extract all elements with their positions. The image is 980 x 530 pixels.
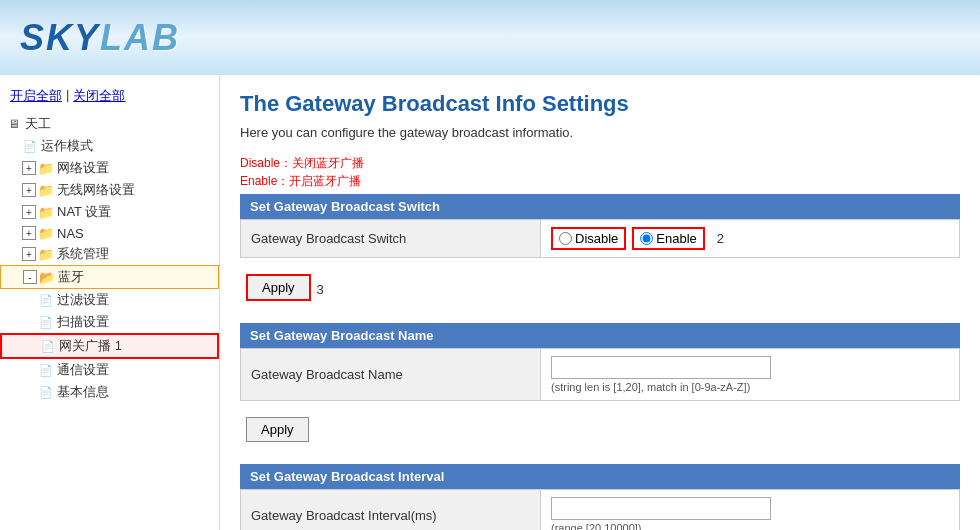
- doc-icon-jiben: 📄: [38, 384, 54, 400]
- expand-icon-wuxian[interactable]: +: [22, 183, 36, 197]
- sidebar-label-saomiao: 扫描设置: [57, 313, 109, 331]
- doc-icon-wanguan: 📄: [40, 338, 56, 354]
- table-row-name: Gateway Broadcast Name (string len is [1…: [241, 349, 960, 401]
- broadcast-interval-note: (range [20,10000]): [551, 522, 949, 530]
- annotation-3: 3: [317, 282, 324, 297]
- radio-enable[interactable]: [640, 232, 653, 245]
- sidebar-label-yunxing: 运作模式: [41, 137, 93, 155]
- toggle-close-link[interactable]: 关闭全部: [73, 87, 125, 105]
- sidebar-item-wuxian[interactable]: + 📁 无线网络设置: [0, 179, 219, 201]
- radio-group-switch: Disable Enable 2: [551, 227, 949, 250]
- sidebar-item-wangluo[interactable]: + 📁 网络设置: [0, 157, 219, 179]
- tooltip-line2: Enable：开启蓝牙广播: [240, 172, 960, 190]
- sidebar-label-guolv: 过滤设置: [57, 291, 109, 309]
- label-switch: Gateway Broadcast Switch: [241, 220, 541, 258]
- folder-icon-wuxian: 📁: [38, 182, 54, 198]
- page-title: The Gateway Broadcast Info Settings: [240, 91, 960, 117]
- sidebar-item-guolv[interactable]: 📄 过滤设置: [0, 289, 219, 311]
- input-group-name: (string len is [1,20], match in [0-9a-zA…: [551, 356, 949, 393]
- sidebar-item-saomiao[interactable]: 📄 扫描设置: [0, 311, 219, 333]
- label-interval: Gateway Broadcast Interval(ms): [241, 490, 541, 531]
- annotation-1: 1: [115, 339, 122, 353]
- header: SKYLAB: [0, 0, 980, 75]
- main-area: 开启全部 | 关闭全部 🖥 天工 📄 运作模式 + 📁 网络设置 + 📁 无线网…: [0, 75, 980, 530]
- radio-label-enable[interactable]: Enable: [632, 227, 704, 250]
- logo-sky: SKY: [20, 17, 100, 58]
- doc-icon-tongxin: 📄: [38, 362, 54, 378]
- sidebar-label-wanguan: 网关广播: [59, 337, 111, 355]
- folder-icon-xitong: 📁: [38, 246, 54, 262]
- apply-button-name[interactable]: Apply: [246, 417, 309, 442]
- settings-table-switch: Gateway Broadcast Switch Disable Enable …: [240, 219, 960, 258]
- expand-icon-xitong[interactable]: +: [22, 247, 36, 261]
- table-row-switch: Gateway Broadcast Switch Disable Enable …: [241, 220, 960, 258]
- sidebar-item-nas[interactable]: + 📁 NAS: [0, 223, 219, 243]
- folder-icon-nat: 📁: [38, 204, 54, 220]
- broadcast-name-input[interactable]: [551, 356, 771, 379]
- apply-button-switch[interactable]: Apply: [246, 274, 311, 301]
- toggle-sep: |: [66, 87, 69, 105]
- section-header-interval: Set Gateway Broadcast Interval: [240, 464, 960, 489]
- sidebar-label-tiangong: 天工: [25, 115, 51, 133]
- broadcast-interval-input[interactable]: [551, 497, 771, 520]
- expand-icon-wangluo[interactable]: +: [22, 161, 36, 175]
- settings-table-interval: Gateway Broadcast Interval(ms) (range [2…: [240, 489, 960, 530]
- sidebar-label-wangluo: 网络设置: [57, 159, 109, 177]
- sidebar-item-jiben[interactable]: 📄 基本信息: [0, 381, 219, 403]
- folder-icon-lanya: 📂: [39, 269, 55, 285]
- annotation-2: 2: [717, 231, 724, 246]
- content-area: The Gateway Broadcast Info Settings Here…: [220, 75, 980, 530]
- sidebar-label-xitong: 系统管理: [57, 245, 109, 263]
- sidebar-item-yunxing[interactable]: 📄 运作模式: [0, 135, 219, 157]
- folder-icon-nas: 📁: [38, 225, 54, 241]
- input-group-interval: (range [20,10000]): [551, 497, 949, 530]
- expand-icon-nat[interactable]: +: [22, 205, 36, 219]
- label-name: Gateway Broadcast Name: [241, 349, 541, 401]
- tooltip-note: Disable：关闭蓝牙广播 Enable：开启蓝牙广播: [240, 154, 960, 190]
- expand-icon-lanya[interactable]: -: [23, 270, 37, 284]
- section-header-switch: Set Gateway Broadcast Switch: [240, 194, 960, 219]
- page-desc: Here you can configure the gateway broad…: [240, 125, 960, 140]
- logo-lab: LAB: [100, 17, 180, 58]
- section-header-name: Set Gateway Broadcast Name: [240, 323, 960, 348]
- cell-name-input: (string len is [1,20], match in [0-9a-zA…: [541, 349, 960, 401]
- cell-switch-radios: Disable Enable 2: [541, 220, 960, 258]
- logo: SKYLAB: [20, 17, 180, 59]
- settings-table-name: Gateway Broadcast Name (string len is [1…: [240, 348, 960, 401]
- doc-icon-guolv: 📄: [38, 292, 54, 308]
- radio-disable[interactable]: [559, 232, 572, 245]
- sidebar-item-xitong[interactable]: + 📁 系统管理: [0, 243, 219, 265]
- cell-interval-input: (range [20,10000]): [541, 490, 960, 531]
- sidebar-label-nas: NAS: [57, 226, 84, 241]
- computer-icon: 🖥: [6, 116, 22, 132]
- sidebar-item-nat[interactable]: + 📁 NAT 设置: [0, 201, 219, 223]
- expand-icon-nas[interactable]: +: [22, 226, 36, 240]
- sidebar: 开启全部 | 关闭全部 🖥 天工 📄 运作模式 + 📁 网络设置 + 📁 无线网…: [0, 75, 220, 530]
- sidebar-label-lanya: 蓝牙: [58, 268, 84, 286]
- sidebar-label-tongxin: 通信设置: [57, 361, 109, 379]
- sidebar-label-jiben: 基本信息: [57, 383, 109, 401]
- toggle-open-link[interactable]: 开启全部: [10, 87, 62, 105]
- doc-icon-yunxing: 📄: [22, 138, 38, 154]
- sidebar-item-tiangong[interactable]: 🖥 天工: [0, 113, 219, 135]
- doc-icon-saomiao: 📄: [38, 314, 54, 330]
- radio-label-disable[interactable]: Disable: [551, 227, 626, 250]
- radio-enable-label: Enable: [656, 231, 696, 246]
- sidebar-toggle-row: 开启全部 | 关闭全部: [0, 83, 219, 113]
- sidebar-item-wanguan[interactable]: 📄 网关广播 1: [0, 333, 219, 359]
- radio-disable-label: Disable: [575, 231, 618, 246]
- folder-icon-wangluo: 📁: [38, 160, 54, 176]
- broadcast-name-note: (string len is [1,20], match in [0-9a-zA…: [551, 381, 949, 393]
- sidebar-label-wuxian: 无线网络设置: [57, 181, 135, 199]
- sidebar-label-nat: NAT 设置: [57, 203, 111, 221]
- table-row-interval: Gateway Broadcast Interval(ms) (range [2…: [241, 490, 960, 531]
- sidebar-item-tongxin[interactable]: 📄 通信设置: [0, 359, 219, 381]
- tooltip-line1: Disable：关闭蓝牙广播: [240, 154, 960, 172]
- sidebar-item-lanya[interactable]: - 📂 蓝牙: [0, 265, 219, 289]
